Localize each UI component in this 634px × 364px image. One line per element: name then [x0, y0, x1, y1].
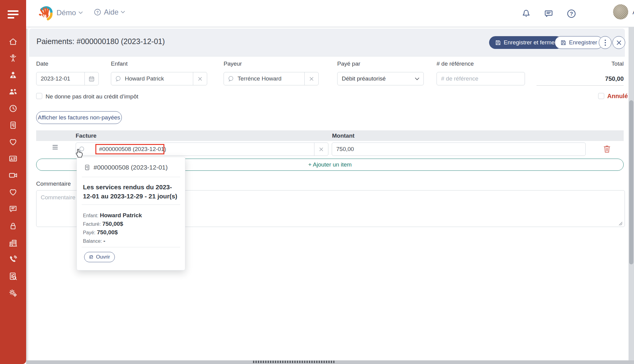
- chevron-down-icon: [79, 12, 83, 14]
- clear-icon: [198, 77, 202, 81]
- app-window: Démo ? Aide: [0, 0, 634, 364]
- show-unpaid-invoices-button[interactable]: Afficher les factures non-payées: [36, 111, 122, 124]
- edit-icon: [89, 255, 94, 259]
- row-drag-handle[interactable]: [53, 145, 58, 150]
- facture-field[interactable]: #000000508 (2023-12-01): [76, 143, 328, 156]
- heart-icon: [9, 137, 18, 146]
- sidebar-item-favorites[interactable]: [9, 187, 18, 197]
- heart-icon: [9, 187, 18, 197]
- help-button[interactable]: ?: [567, 9, 576, 19]
- brand-label: Démo: [57, 9, 76, 17]
- child-icon: [9, 54, 18, 63]
- facture-clear-button[interactable]: [314, 143, 328, 156]
- video-camera-icon: [9, 171, 18, 180]
- sidebar-item-health[interactable]: [9, 137, 18, 146]
- svg-text:?: ?: [96, 10, 99, 15]
- users-icon: [9, 87, 18, 96]
- date-input[interactable]: [36, 72, 84, 85]
- report-search-icon: [9, 272, 18, 281]
- help-icon: ?: [567, 9, 576, 19]
- sidebar-item-staff[interactable]: [9, 70, 18, 80]
- messages-button[interactable]: [544, 9, 553, 19]
- payeur-clear-button[interactable]: [304, 72, 318, 85]
- invoice-doc-icon: $: [84, 164, 90, 171]
- invoice-description: Les services rendus du 2023-12-01 au 202…: [83, 183, 180, 201]
- svg-text:$: $: [12, 123, 13, 126]
- scrollbar-thumb[interactable]: [629, 100, 633, 264]
- hamburger-menu-button[interactable]: [0, 0, 26, 27]
- comment-bubble-icon: [228, 75, 234, 82]
- sidebar-item-contacts[interactable]: [9, 154, 18, 163]
- total-value: 750,00: [536, 72, 624, 86]
- cursor-pointer-hand: [75, 148, 84, 158]
- sidebar-item-security[interactable]: [9, 221, 18, 231]
- payeur-field: [224, 72, 319, 85]
- enfant-input[interactable]: [122, 72, 193, 85]
- paye-par-value: Débit préautorisé: [338, 75, 415, 82]
- sidebar-item-phone[interactable]: [9, 255, 18, 264]
- chevron-down-icon: [121, 11, 125, 13]
- svg-text:$: $: [86, 166, 87, 168]
- open-invoice-button[interactable]: Ouvrir: [84, 252, 115, 262]
- notifications-button[interactable]: [521, 9, 531, 19]
- annotation-highlight-box: #000000508 (2023-12-01): [95, 144, 164, 154]
- bell-icon: [521, 9, 531, 19]
- paye-par-label: Payé par: [337, 60, 360, 67]
- user-menu[interactable]: Admin: [632, 8, 634, 16]
- delete-row-button[interactable]: [603, 145, 611, 153]
- detail-row: Facturé:750,00$: [83, 221, 123, 227]
- popup-divider: [82, 177, 180, 177]
- montant-column-header: Montant: [332, 132, 355, 139]
- invoice-option-row[interactable]: $ #000000508 (2023-12-01): [84, 164, 168, 171]
- sidebar-item-reports[interactable]: [9, 272, 18, 281]
- facture-column-header: Facture: [76, 132, 97, 139]
- help-menu[interactable]: ? Aide: [94, 8, 125, 16]
- montant-input[interactable]: [332, 143, 585, 156]
- save-and-close-label: Enregistrer et fermer: [504, 39, 557, 46]
- montant-field: [332, 143, 586, 156]
- sidebar-item-settings[interactable]: [9, 289, 18, 298]
- calendar-button[interactable]: [84, 72, 98, 85]
- trash-icon: [603, 145, 611, 153]
- facture-value: #000000508 (2023-12-01): [96, 146, 166, 153]
- payeur-input[interactable]: [234, 72, 304, 85]
- avatar[interactable]: [613, 4, 628, 19]
- reference-label: # de référence: [437, 60, 474, 67]
- invoice-icon: $: [9, 121, 18, 130]
- invoice-option-label: #000000508 (2023-12-01): [94, 164, 168, 171]
- sidebar-item-families[interactable]: [9, 87, 18, 96]
- detail-row: Enfant:Howard Patrick: [83, 212, 142, 219]
- sidebar-item-messages[interactable]: [9, 204, 18, 213]
- reference-input[interactable]: [437, 72, 525, 85]
- app-logo[interactable]: [38, 5, 54, 22]
- sidebar-item-children[interactable]: [9, 54, 18, 63]
- sidebar-item-organization[interactable]: [9, 239, 18, 248]
- clock-icon: [9, 104, 18, 113]
- resize-handle-icon[interactable]: [619, 221, 622, 225]
- enfant-clear-button[interactable]: [193, 72, 207, 85]
- invoice-table-header: Facture Montant: [36, 130, 624, 141]
- comment-label: Commentaire: [36, 180, 71, 187]
- sidebar-item-video[interactable]: [9, 171, 18, 180]
- tax-credit-checkbox[interactable]: [36, 93, 42, 99]
- sidebar-item-billing[interactable]: $: [9, 121, 18, 130]
- save-button[interactable]: Enregistrer: [555, 36, 603, 49]
- payeur-label: Payeur: [224, 60, 242, 67]
- cancelled-checkbox[interactable]: [598, 93, 604, 99]
- card-shadow: [26, 29, 29, 360]
- total-label: Total: [562, 60, 624, 67]
- save-and-close-button[interactable]: Enregistrer et fermer: [489, 36, 563, 49]
- sidebar-item-home[interactable]: [9, 37, 18, 46]
- staff-person-icon: [9, 70, 18, 80]
- phone-icon: [9, 255, 18, 264]
- close-button[interactable]: [612, 36, 625, 49]
- more-actions-button[interactable]: [599, 36, 612, 49]
- paye-par-select[interactable]: Débit préautorisé: [337, 72, 424, 85]
- invoice-preview-popup: $ #000000508 (2023-12-01) Les services r…: [77, 157, 185, 270]
- enfant-label: Enfant: [111, 60, 128, 67]
- sidebar-item-schedule[interactable]: [9, 104, 18, 113]
- close-icon: [617, 40, 621, 45]
- gears-icon: [9, 289, 18, 298]
- messages-icon: [544, 9, 553, 19]
- brand-menu[interactable]: Démo: [57, 9, 83, 17]
